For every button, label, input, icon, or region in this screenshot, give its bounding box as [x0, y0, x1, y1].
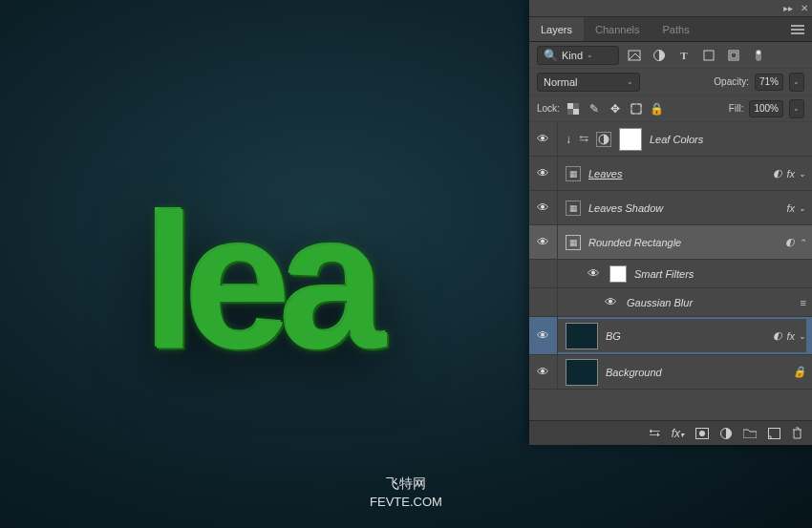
artwork-text: lea — [143, 172, 374, 391]
filter-type-icon[interactable]: T — [674, 46, 694, 65]
layer-background[interactable]: 👁 Background 🔒 — [529, 355, 812, 390]
chevron-down-icon[interactable]: ⌄ — [799, 203, 806, 213]
panel-footer: ⮀ fx▾ — [529, 420, 812, 445]
fill-dropdown[interactable]: ⌄ — [789, 99, 804, 118]
delete-layer-icon[interactable] — [792, 427, 802, 439]
panel-menu-icon[interactable] — [783, 17, 812, 41]
new-group-icon[interactable] — [743, 428, 757, 438]
layer-rounded-rectangle[interactable]: 👁 ▦ Rounded Rectangle ◐ ⌃ — [529, 225, 812, 260]
layer-name[interactable]: Leaf Colors — [650, 134, 703, 145]
blend-row: Normal ⌄ Opacity: 71% ⌄ — [529, 69, 812, 95]
opacity-label: Opacity: — [714, 76, 749, 87]
lock-artboard-icon[interactable] — [629, 101, 644, 116]
panel-tabs: Layers Channels Paths — [529, 17, 812, 42]
watermark-en: FEVTE.COM — [370, 494, 442, 511]
filter-adjustment-icon[interactable] — [650, 46, 669, 65]
layer-name[interactable]: Rounded Rectangle — [588, 237, 681, 248]
fill-input[interactable]: 100% — [749, 100, 783, 117]
tab-layers[interactable]: Layers — [529, 17, 584, 41]
chevron-down-icon: ⌄ — [587, 51, 593, 59]
mask-thumb[interactable] — [619, 128, 642, 151]
eye-icon: 👁 — [537, 365, 549, 379]
filter-kind-select[interactable]: 🔍 Kind ⌄ — [537, 46, 619, 65]
visibility-toggle[interactable]: 👁 — [585, 260, 602, 287]
layer-style-icon[interactable]: fx▾ — [672, 427, 684, 440]
filter-mask-thumb[interactable] — [609, 265, 627, 283]
layer-thumb[interactable] — [566, 359, 598, 386]
visibility-spacer — [529, 288, 558, 316]
visibility-toggle[interactable]: 👁 — [529, 157, 558, 190]
lock-transparent-icon[interactable] — [566, 101, 581, 116]
visibility-toggle[interactable]: 👁 — [529, 225, 558, 259]
lock-icon[interactable]: 🔒 — [793, 366, 806, 378]
lock-all-icon[interactable]: 🔒 — [650, 101, 665, 116]
fx-label[interactable]: fx — [786, 168, 795, 180]
filters-indicator-icon[interactable]: ◐ — [773, 167, 782, 180]
layer-smart-filters[interactable]: 👁 Smart Filters — [529, 260, 812, 288]
svg-point-14 — [699, 431, 705, 436]
svg-rect-7 — [567, 103, 573, 109]
tab-channels[interactable]: Channels — [584, 17, 651, 41]
chevron-down-icon: ⌄ — [793, 77, 800, 86]
chevron-up-icon[interactable]: ⌃ — [799, 238, 806, 247]
new-layer-icon[interactable] — [768, 428, 780, 439]
lock-position-icon[interactable]: ✥ — [608, 101, 623, 116]
opacity-input[interactable]: 71% — [755, 74, 783, 91]
mask-link-icon[interactable]: ⮀ — [579, 134, 588, 144]
visibility-toggle[interactable]: 👁 — [529, 355, 558, 389]
eye-icon: 👁 — [537, 235, 549, 249]
svg-rect-10 — [567, 109, 573, 115]
visibility-spacer — [529, 260, 558, 287]
layer-gaussian-blur[interactable]: 👁 Gaussian Blur ≡ — [529, 288, 812, 317]
visibility-toggle[interactable]: 👁 — [529, 317, 558, 354]
layer-bg[interactable]: 👁 BG ◐ fx ⌄ — [529, 317, 812, 355]
filter-toggle-icon[interactable] — [749, 46, 768, 65]
opacity-dropdown[interactable]: ⌄ — [789, 73, 804, 92]
close-icon[interactable]: ✕ — [801, 3, 808, 13]
fx-label[interactable]: fx — [786, 202, 795, 214]
eye-icon: 👁 — [537, 328, 549, 343]
tab-paths[interactable]: Paths — [652, 17, 701, 41]
search-icon: 🔍 — [544, 49, 558, 62]
layer-mask-icon[interactable] — [695, 428, 709, 439]
fx-label[interactable]: fx — [786, 330, 795, 342]
chevron-down-icon[interactable]: ⌄ — [799, 331, 806, 341]
layer-leaves-shadow[interactable]: 👁 ▦ Leaves Shadow fx ⌄ — [529, 191, 812, 225]
eye-icon: 👁 — [588, 266, 600, 281]
layer-name[interactable]: Background — [606, 367, 662, 378]
filters-indicator-icon[interactable]: ◐ — [785, 236, 795, 248]
clip-down-icon: ↓ — [566, 133, 571, 146]
eye-icon: 👁 — [537, 166, 549, 180]
chevron-down-icon[interactable]: ⌄ — [799, 169, 806, 179]
svg-rect-4 — [731, 53, 737, 58]
link-layers-icon[interactable]: ⮀ — [649, 427, 660, 440]
visibility-toggle[interactable]: 👁 — [602, 288, 619, 316]
filter-smart-icon[interactable] — [724, 46, 743, 65]
visibility-toggle[interactable]: 👁 — [529, 191, 558, 224]
visibility-toggle[interactable]: 👁 — [529, 122, 558, 156]
blend-mode-select[interactable]: Normal ⌄ — [537, 73, 640, 92]
svg-point-6 — [757, 51, 760, 54]
layer-name[interactable]: Gaussian Blur — [627, 297, 693, 308]
layer-name[interactable]: BG — [606, 330, 621, 342]
adjustment-layer-icon[interactable] — [720, 428, 732, 439]
layer-leaf-colors[interactable]: 👁 ↓ ⮀ Leaf Colors — [529, 122, 812, 157]
panel-titlebar: ▸▸ ✕ — [529, 0, 812, 17]
filter-options-icon[interactable]: ≡ — [801, 297, 806, 308]
lock-image-icon[interactable]: ✎ — [587, 101, 602, 116]
chevron-down-icon: ⌄ — [627, 77, 633, 86]
watermark-cn: 飞特网 — [370, 475, 442, 494]
layer-leaves[interactable]: 👁 ▦ Leaves ◐ fx ⌄ — [529, 157, 812, 191]
watermark: 飞特网 FEVTE.COM — [370, 475, 442, 511]
collapse-icon[interactable]: ▸▸ — [783, 3, 793, 13]
filter-shape-icon[interactable] — [699, 46, 718, 65]
filters-indicator-icon[interactable]: ◐ — [773, 329, 782, 342]
layer-thumb[interactable] — [566, 323, 598, 349]
lock-row: Lock: ✎ ✥ 🔒 Fill: 100% ⌄ — [529, 95, 812, 122]
layer-name[interactable]: Leaves Shadow — [588, 202, 663, 214]
layer-name[interactable]: Leaves — [588, 168, 622, 180]
filter-kind-label: Kind — [562, 50, 583, 61]
layer-name[interactable]: Smart Filters — [634, 268, 694, 280]
eye-icon: 👁 — [605, 295, 617, 309]
filter-pixel-icon[interactable] — [625, 46, 644, 65]
